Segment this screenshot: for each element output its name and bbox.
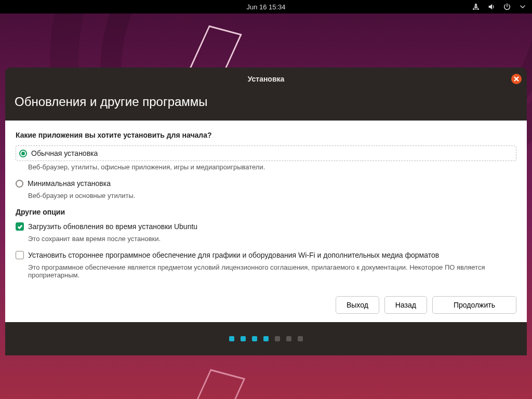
progress-dot: [286, 336, 291, 341]
network-icon[interactable]: [472, 3, 480, 11]
normal-install-description: Веб-браузер, утилиты, офисные приложения…: [28, 163, 516, 171]
system-tray: [472, 3, 527, 11]
install-type-question: Какие приложения вы хотите установить дл…: [16, 131, 516, 139]
top-bar: Jun 16 15:34: [0, 0, 532, 14]
radio-minimal-install[interactable]: Минимальная установка: [16, 177, 516, 190]
radio-label: Минимальная установка: [28, 179, 111, 188]
checkbox-third-party[interactable]: Установить стороннее программное обеспеч…: [16, 249, 516, 261]
chevron-down-icon[interactable]: [518, 3, 527, 11]
progress-dot: [241, 336, 246, 341]
window-title: Установка: [248, 75, 285, 83]
checkbox-icon: [16, 251, 24, 259]
volume-icon[interactable]: [487, 3, 496, 11]
close-icon: [514, 76, 519, 82]
radio-icon: [16, 180, 23, 188]
page-heading: Обновления и другие программы: [5, 90, 527, 121]
installer-content: Какие приложения вы хотите установить дл…: [5, 121, 527, 322]
progress-dot: [252, 336, 257, 341]
progress-dots: [5, 322, 527, 355]
clock: Jun 16 15:34: [246, 3, 285, 11]
download-updates-description: Это сохранит вам время после установки.: [28, 235, 516, 243]
progress-dot: [298, 336, 303, 341]
continue-button[interactable]: Продолжить: [432, 296, 516, 314]
progress-dot: [275, 336, 280, 341]
radio-icon: [19, 150, 27, 157]
other-options-label: Другие опции: [16, 208, 516, 216]
progress-dot: [229, 336, 234, 341]
checkbox-label: Установить стороннее программное обеспеч…: [28, 251, 439, 259]
window-titlebar: Установка: [5, 68, 527, 90]
third-party-description: Это программное обеспечение является пре…: [28, 263, 516, 279]
radio-normal-install[interactable]: Обычная установка: [16, 145, 516, 161]
radio-label: Обычная установка: [31, 149, 98, 157]
quit-button[interactable]: Выход: [336, 296, 379, 314]
installer-window: Установка Обновления и другие программы …: [5, 68, 527, 322]
back-button[interactable]: Назад: [384, 296, 427, 314]
close-button[interactable]: [511, 74, 522, 84]
checkbox-download-updates[interactable]: Загрузить обновления во время установки …: [16, 220, 516, 233]
checkbox-label: Загрузить обновления во время установки …: [28, 222, 197, 231]
progress-dot: [263, 336, 269, 341]
checkbox-icon: [16, 222, 24, 231]
power-icon[interactable]: [503, 3, 511, 11]
button-row: Выход Назад Продолжить: [16, 290, 516, 314]
minimal-install-description: Веб-браузер и основные утилиты.: [28, 192, 516, 200]
check-icon: [17, 224, 23, 230]
